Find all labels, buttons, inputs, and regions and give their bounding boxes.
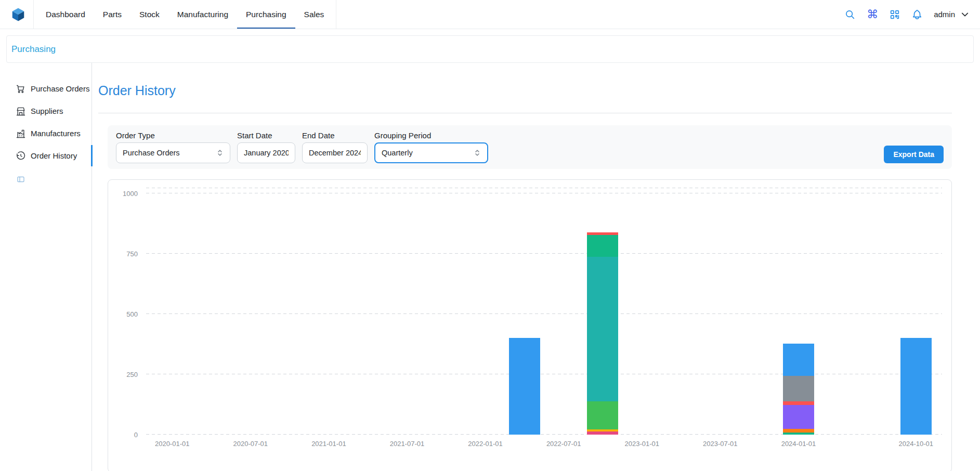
filter-panel: Order Type Purchase Orders Start Date <box>108 125 952 169</box>
stacked-bar-2022-04-01[interactable] <box>509 188 540 435</box>
export-data-button[interactable]: Export Data <box>884 146 944 163</box>
bar-segment[interactable] <box>783 429 814 433</box>
x-tick-label: 2020-07-01 <box>233 440 268 448</box>
x-tick-label: 2024-10-01 <box>899 440 934 448</box>
chevron-down-icon <box>960 10 970 19</box>
y-tick-label: 500 <box>126 310 138 318</box>
sidebar-item-purchase-orders[interactable]: Purchase Orders <box>0 77 92 100</box>
bar-segment[interactable] <box>587 235 618 257</box>
bar-segment[interactable] <box>783 376 814 401</box>
bar-segment[interactable] <box>587 431 618 435</box>
gridline <box>146 188 942 188</box>
x-tick-label: 2022-07-01 <box>546 440 581 448</box>
header-actions: ⌘ admin <box>844 9 970 20</box>
breadcrumb-purchasing-link[interactable]: Purchasing <box>11 44 56 55</box>
end-date-group: End Date <box>302 131 368 163</box>
x-tick-label: 2024-01-01 <box>781 440 816 448</box>
x-tick-label: 2020-01-01 <box>155 440 190 448</box>
bar-segment[interactable] <box>900 338 932 435</box>
chevron-updown-icon <box>473 148 482 158</box>
start-date-group: Start Date <box>237 131 295 163</box>
bar-segment[interactable] <box>783 405 814 429</box>
order-type-label: Order Type <box>116 131 230 140</box>
top-navigation-bar: Dashboard Parts Stock Manufacturing Purc… <box>0 0 980 29</box>
grouping-period-select[interactable]: Quarterly <box>374 142 488 163</box>
sidebar-item-label: Purchase Orders <box>31 84 89 93</box>
user-menu[interactable]: admin <box>934 10 970 19</box>
main-panel: Order History Order Type Purchase Orders <box>92 63 980 471</box>
y-tick-label: 250 <box>126 371 138 378</box>
grouping-period-group: Grouping Period Quarterly <box>374 131 488 163</box>
nav-tab-sales[interactable]: Sales <box>295 0 333 29</box>
chart-plot <box>146 188 942 435</box>
stacked-bar-2022-10-01[interactable] <box>587 188 618 435</box>
x-tick-label: 2021-07-01 <box>390 440 425 448</box>
start-date-input[interactable] <box>237 142 295 163</box>
chart-y-axis: 02505007501000 <box>108 188 142 435</box>
chevron-updown-icon <box>215 148 225 158</box>
y-tick-label: 0 <box>134 431 138 439</box>
order-history-content: Order Type Purchase Orders Start Date <box>108 125 952 471</box>
start-date-label: Start Date <box>237 131 295 140</box>
panel-left-icon[interactable] <box>17 175 25 184</box>
qr-code-icon[interactable] <box>889 9 900 20</box>
x-tick-label: 2022-01-01 <box>468 440 503 448</box>
bar-segment[interactable] <box>587 401 618 429</box>
nav-tab-stock[interactable]: Stock <box>130 0 168 29</box>
end-date-label: End Date <box>302 131 368 140</box>
building-store-icon <box>16 106 26 116</box>
sidebar-item-label: Manufacturers <box>31 129 81 138</box>
gridline <box>146 313 942 314</box>
notification-bell-icon[interactable] <box>911 9 923 20</box>
page-title: Order History <box>98 82 952 99</box>
app-root: Dashboard Parts Stock Manufacturing Purc… <box>0 0 980 471</box>
bar-segment[interactable] <box>783 344 814 376</box>
command-icon[interactable]: ⌘ <box>867 9 878 20</box>
x-tick-label: 2023-01-01 <box>624 440 659 448</box>
username: admin <box>934 10 955 19</box>
stacked-bar-2024-10-01[interactable] <box>900 188 932 435</box>
order-type-value: Purchase Orders <box>123 149 180 157</box>
end-date-input[interactable] <box>302 142 368 163</box>
bar-segment[interactable] <box>509 338 540 435</box>
chart-x-axis: 2020-01-012020-07-012021-01-012021-07-01… <box>146 440 942 450</box>
nav-tab-manufacturing[interactable]: Manufacturing <box>168 0 237 29</box>
gridline <box>146 193 942 193</box>
x-tick-label: 2023-07-01 <box>703 440 738 448</box>
order-type-select[interactable]: Purchase Orders <box>116 142 230 163</box>
app-logo-icon[interactable] <box>10 7 26 22</box>
content-area: Purchase Orders Suppliers <box>0 63 980 471</box>
building-factory-icon <box>16 128 26 139</box>
gridline <box>146 434 942 435</box>
grouping-period-value: Quarterly <box>382 149 413 157</box>
search-icon[interactable] <box>844 9 856 20</box>
sidebar-item-label: Suppliers <box>31 107 63 115</box>
sidebar-item-manufacturers[interactable]: Manufacturers <box>0 122 92 145</box>
y-tick-label: 750 <box>126 250 138 258</box>
grouping-period-label: Grouping Period <box>374 131 488 140</box>
gridline <box>146 374 942 374</box>
sidebar-item-suppliers[interactable]: Suppliers <box>0 100 92 122</box>
sidebar: Purchase Orders Suppliers <box>0 63 92 471</box>
gridline <box>146 253 942 254</box>
nav-tab-parts[interactable]: Parts <box>94 0 130 29</box>
stacked-bar-2024-01-01[interactable] <box>783 188 814 435</box>
breadcrumb: Purchasing <box>6 35 974 63</box>
order-type-group: Order Type Purchase Orders <box>116 131 230 163</box>
nav-tab-purchasing[interactable]: Purchasing <box>237 0 295 29</box>
main-nav-tabs: Dashboard Parts Stock Manufacturing Purc… <box>33 0 336 29</box>
divider <box>98 113 952 113</box>
sidebar-item-order-history[interactable]: Order History <box>0 145 92 167</box>
history-icon <box>16 151 26 161</box>
shopping-cart-icon <box>16 84 26 94</box>
y-tick-label: 1000 <box>123 190 138 198</box>
bar-segment[interactable] <box>783 401 814 405</box>
bar-segment[interactable] <box>587 257 618 401</box>
nav-tab-dashboard[interactable]: Dashboard <box>37 0 94 29</box>
sidebar-item-label: Order History <box>31 151 77 160</box>
order-history-chart: 02505007501000 2020-01-012020-07-012021-… <box>108 179 952 471</box>
bar-segment[interactable] <box>783 433 814 435</box>
x-tick-label: 2021-01-01 <box>311 440 346 448</box>
